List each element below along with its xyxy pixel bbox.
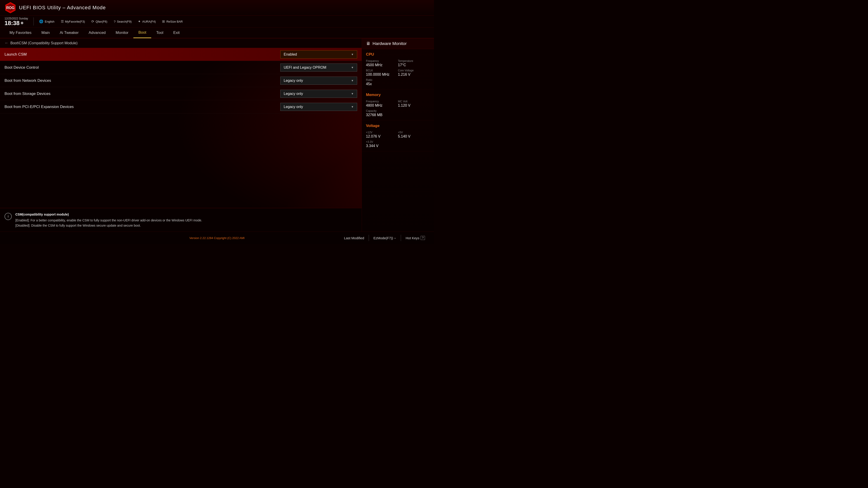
select-launch-csm-value: Enabled (284, 53, 297, 57)
dropdown-arrow-icon: ▼ (351, 53, 354, 56)
toolbar-myfavorites-label: MyFavorite(F3) (65, 20, 85, 23)
hw-mem-mcvolt-value: 1.120 V (398, 103, 430, 107)
toolbar-divider-1 (33, 18, 34, 26)
ezmode-btn[interactable]: EzMode(F7)|→ (369, 234, 401, 242)
toolbar-myfavorites-btn[interactable]: ☰ MyFavorite(F3) (58, 18, 88, 25)
hw-volt-12v: +12V 12.076 V (366, 131, 398, 138)
header: ROG UEFI BIOS Utility – Advanced Mode (0, 0, 434, 15)
setting-control-boot-device-control[interactable]: UEFI and Legacy OPROM ▼ (280, 64, 357, 72)
ezmode-label: EzMode(F7)|→ (373, 236, 396, 240)
setting-row-launch-csm[interactable]: Launch CSM Enabled ▼ (0, 48, 362, 61)
hw-volt-5v-label: +5V (398, 131, 430, 134)
app-title: UEFI BIOS Utility – Advanced Mode (19, 5, 106, 11)
hotkeys-icon: ? (421, 236, 425, 240)
nav-main[interactable]: Main (36, 27, 55, 38)
info-line-2: [Disabled]: Disable the CSM to fully sup… (16, 223, 202, 228)
breadcrumb-path: Boot\CSM (Compatibility Support Module) (10, 41, 78, 45)
hw-cpu-corevolt-label: Core Voltage (398, 69, 430, 72)
question-icon: ? (114, 20, 116, 24)
info-title: CSM(compatibility support module) (16, 212, 202, 217)
last-modified-btn[interactable]: Last Modified (340, 234, 369, 242)
setting-control-boot-from-storage[interactable]: Legacy only ▼ (280, 90, 357, 98)
hw-cpu-freq-label: Frequency (366, 59, 398, 63)
toolbar-english-label: English (45, 20, 55, 23)
select-boot-device-control[interactable]: UEFI and Legacy OPROM ▼ (280, 64, 357, 72)
dropdown-arrow-icon-2: ▼ (351, 66, 354, 69)
dropdown-arrow-icon-3: ▼ (351, 79, 354, 82)
nav-boot[interactable]: Boot (133, 27, 151, 38)
setting-label-boot-from-storage: Boot from Storage Devices (4, 92, 280, 96)
hw-volt-5v: +5V 5.140 V (398, 131, 430, 138)
hw-cpu-corevolt-value: 1.216 V (398, 72, 430, 76)
setting-row-boot-from-pci[interactable]: Boot from PCI-E/PCI Expansion Devices Le… (0, 100, 362, 113)
nav-tool[interactable]: Tool (151, 27, 168, 38)
hw-volt-33v-value: 3.344 V (366, 144, 398, 148)
breadcrumb: ← Boot\CSM (Compatibility Support Module… (0, 38, 362, 48)
setting-label-launch-csm: Launch CSM (4, 52, 280, 57)
info-text-area: CSM(compatibility support module) [Enabl… (16, 212, 202, 228)
toolbar-aura-label: AURA(F4) (142, 20, 156, 23)
resize-icon: ⊞ (162, 20, 165, 24)
content-wrapper: ← Boot\CSM (Compatibility Support Module… (0, 38, 434, 232)
settings-area: Launch CSM Enabled ▼ Boot Device Control… (0, 48, 362, 208)
info-icon: i (4, 213, 12, 220)
hw-monitor-title: 🖥 Hardware Monitor (362, 38, 434, 49)
hw-volt-33v-label: +3.3V (366, 140, 398, 143)
hotkeys-btn[interactable]: Hot Keys ? (401, 234, 430, 242)
settings-gear-icon[interactable]: ⚙ (21, 22, 24, 25)
select-boot-from-network-value: Legacy only (284, 78, 303, 83)
select-launch-csm[interactable]: Enabled ▼ (280, 51, 357, 59)
toolbar-resizebar-label: ReSize BAR (166, 20, 183, 23)
select-boot-from-pci[interactable]: Legacy only ▼ (280, 103, 357, 111)
toolbar-qfan-label: Qfan(F6) (96, 20, 107, 23)
hw-volt-12v-value: 12.076 V (366, 134, 398, 138)
nav-myfavorites[interactable]: My Favorites (4, 27, 36, 38)
info-line-1: [Enabled]: For a better compatibility, e… (16, 218, 202, 223)
hw-cpu-temp-value: 17°C (398, 63, 430, 67)
footer-version: Version 2.22.1284 Copyright (C) 2022 AMI (189, 236, 245, 240)
hw-mem-freq-label: Frequency (366, 100, 398, 103)
favorites-icon: ☰ (61, 20, 64, 24)
dropdown-arrow-icon-4: ▼ (351, 92, 354, 95)
hw-cpu-bclk-label: BCLK (366, 69, 398, 72)
hw-mem-mcvolt-label: MC Volt (398, 100, 430, 103)
back-arrow-icon[interactable]: ← (4, 41, 8, 45)
nav-exit[interactable]: Exit (168, 27, 184, 38)
setting-label-boot-from-pci: Boot from PCI-E/PCI Expansion Devices (4, 105, 280, 109)
hw-cpu-ratio-value: 45x (366, 82, 398, 86)
hw-cpu-title: CPU (366, 52, 430, 57)
hw-mem-capacity-value: 32768 MB (366, 113, 398, 117)
toolbar-resizebar-btn[interactable]: ⊞ ReSize BAR (159, 18, 185, 25)
hw-mem-freq-value: 4800 MHz (366, 103, 398, 107)
toolbar-english-btn[interactable]: 🌐 English (36, 18, 57, 25)
main-panel: ← Boot\CSM (Compatibility Support Module… (0, 38, 362, 232)
setting-control-boot-from-network[interactable]: Legacy only ▼ (280, 76, 357, 85)
nav-aitweaker[interactable]: Ai Tweaker (55, 27, 84, 38)
nav-advanced[interactable]: Advanced (84, 27, 111, 38)
toolbar: 12/25/2022 Sunday 18:38 ⚙ 🌐 English ☰ My… (0, 15, 434, 28)
select-boot-from-pci-value: Legacy only (284, 105, 303, 109)
nav-monitor[interactable]: Monitor (111, 27, 133, 38)
hw-cpu-corevolt: Core Voltage 1.216 V (398, 69, 430, 76)
setting-row-boot-from-network[interactable]: Boot from Network Devices Legacy only ▼ (0, 74, 362, 87)
dropdown-arrow-icon-5: ▼ (351, 105, 354, 108)
hw-section-voltage: Voltage +12V 12.076 V +5V 5.140 V +3.3V … (362, 121, 434, 151)
setting-control-launch-csm[interactable]: Enabled ▼ (280, 51, 357, 59)
select-boot-from-storage-value: Legacy only (284, 92, 303, 96)
hw-cpu-temp-label: Temperature (398, 59, 430, 63)
hw-section-cpu: CPU Frequency 4500 MHz Temperature 17°C … (362, 49, 434, 90)
setting-row-boot-from-storage[interactable]: Boot from Storage Devices Legacy only ▼ (0, 87, 362, 100)
select-boot-from-storage[interactable]: Legacy only ▼ (280, 90, 357, 98)
toolbar-qfan-btn[interactable]: ⟳ Qfan(F6) (89, 18, 110, 25)
toolbar-aura-btn[interactable]: ✦ AURA(F4) (135, 18, 158, 25)
select-boot-from-network[interactable]: Legacy only ▼ (280, 76, 357, 85)
monitor-icon: 🖥 (366, 41, 370, 46)
setting-control-boot-from-pci[interactable]: Legacy only ▼ (280, 103, 357, 111)
footer: Version 2.22.1284 Copyright (C) 2022 AMI… (0, 232, 434, 244)
toolbar-search-btn[interactable]: ? Search(F9) (111, 19, 134, 25)
hw-mem-capacity: Capacity 32768 MB (366, 109, 398, 117)
hw-cpu-bclk-value: 100.0000 MHz (366, 72, 398, 76)
setting-row-boot-device-control[interactable]: Boot Device Control UEFI and Legacy OPRO… (0, 61, 362, 74)
hw-cpu-ratio-label: Ratio (366, 78, 398, 82)
hw-voltage-grid: +12V 12.076 V +5V 5.140 V +3.3V 3.344 V (366, 131, 430, 148)
